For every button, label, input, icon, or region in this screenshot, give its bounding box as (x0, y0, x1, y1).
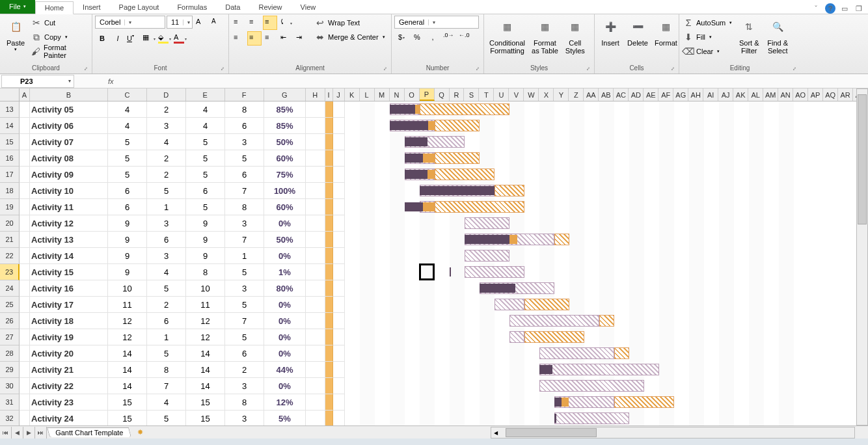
cell[interactable] (20, 297, 30, 313)
spreadsheet-grid[interactable]: ABCDEFGHIJKLMNOPQRSTUVWXYZAAABACADAEAFAG… (0, 88, 868, 427)
cell[interactable]: 60% (264, 199, 306, 215)
cell[interactable]: 85% (264, 101, 306, 118)
cell[interactable] (20, 362, 30, 378)
autosum-button[interactable]: ΣAutoSum▾ (682, 16, 733, 30)
cell[interactable]: 4 (147, 264, 186, 280)
tab-view[interactable]: View (292, 1, 325, 14)
row-header-22[interactable]: 22 (0, 248, 20, 264)
cell[interactable] (20, 248, 30, 264)
cell[interactable]: 12 (108, 313, 147, 329)
cell[interactable] (306, 411, 325, 427)
cell[interactable]: 3 (147, 118, 186, 134)
cell[interactable]: 9 (186, 248, 225, 264)
cell[interactable]: 9 (108, 248, 147, 264)
cell[interactable] (333, 297, 345, 313)
cell[interactable]: 12 (108, 329, 147, 345)
col-header-AH[interactable]: AH (688, 88, 703, 101)
col-header-P[interactable]: P (420, 88, 435, 101)
shrink-font-button[interactable]: A (210, 16, 224, 30)
row-header-30[interactable]: 30 (0, 378, 20, 394)
align-center-button[interactable]: ≡ (247, 31, 262, 46)
cell[interactable] (333, 215, 345, 232)
col-header-T[interactable]: T (479, 88, 494, 101)
cell[interactable]: 2 (147, 167, 186, 183)
cell[interactable]: 1 (147, 199, 186, 215)
col-header-H[interactable]: H (306, 88, 325, 101)
tab-file[interactable]: File (0, 0, 35, 14)
increase-indent-button[interactable]: ⇥ (294, 31, 308, 46)
cell[interactable]: 4 (186, 101, 225, 118)
cell[interactable] (333, 183, 345, 199)
cell[interactable]: 2 (147, 101, 186, 118)
cell[interactable]: 5 (108, 167, 147, 183)
col-header-I[interactable]: I (325, 88, 333, 101)
cell[interactable]: 8 (147, 362, 186, 378)
row-header-26[interactable]: 26 (0, 313, 20, 329)
select-all-corner[interactable] (0, 88, 20, 101)
col-header-AB[interactable]: AB (599, 88, 614, 101)
cell[interactable]: 3 (147, 248, 186, 264)
cell[interactable]: 4 (147, 394, 186, 411)
cell[interactable] (20, 183, 30, 199)
cell[interactable]: 44% (264, 362, 306, 378)
cell[interactable] (333, 232, 345, 248)
percent-button[interactable]: % (410, 30, 424, 44)
conditional-formatting-button[interactable]: ▦Conditional Formatting (487, 16, 528, 56)
cell[interactable]: 5 (186, 167, 225, 183)
cell[interactable] (325, 183, 333, 199)
cell[interactable] (306, 378, 325, 394)
col-header-AA[interactable]: AA (584, 88, 599, 101)
font-name-combo[interactable]: Corbel▾ (95, 16, 165, 29)
cell[interactable]: 10 (186, 280, 225, 297)
sheet-tab-active[interactable]: Gantt Chart Template (47, 427, 131, 437)
cell[interactable] (306, 215, 325, 232)
cell[interactable] (20, 329, 30, 345)
col-header-AL[interactable]: AL (748, 88, 763, 101)
cell[interactable] (306, 264, 325, 280)
tab-data[interactable]: Data (216, 1, 249, 14)
cell[interactable]: 7 (225, 313, 264, 329)
cell[interactable] (306, 118, 325, 134)
cell[interactable]: 0% (264, 215, 306, 232)
cell[interactable] (325, 232, 333, 248)
cell[interactable] (333, 134, 345, 150)
cell[interactable]: 5 (108, 134, 147, 150)
cell[interactable]: 6 (147, 232, 186, 248)
cell[interactable]: 2 (225, 362, 264, 378)
col-header-AO[interactable]: AO (793, 88, 808, 101)
cell[interactable]: 11 (186, 297, 225, 313)
format-as-table-button[interactable]: ▦Format as Table (529, 16, 561, 56)
vertical-scrollbar[interactable] (856, 88, 868, 425)
col-header-Q[interactable]: Q (435, 88, 450, 101)
cell[interactable] (333, 329, 345, 345)
format-painter-button[interactable]: 🖌Format Painter (30, 44, 89, 59)
cell[interactable]: 15 (108, 411, 147, 427)
cell[interactable]: 0% (264, 345, 306, 362)
cell[interactable] (20, 394, 30, 411)
cell[interactable]: 4 (147, 134, 186, 150)
cell[interactable] (306, 134, 325, 150)
col-header-V[interactable]: V (509, 88, 524, 101)
cell[interactable]: 2 (147, 150, 186, 167)
col-header-D[interactable]: D (147, 88, 186, 101)
cell[interactable] (306, 345, 325, 362)
cell[interactable] (333, 150, 345, 167)
wrap-text-button[interactable]: ↩Wrap Text (314, 16, 387, 30)
cell[interactable] (20, 345, 30, 362)
cell[interactable] (333, 280, 345, 297)
cell[interactable] (325, 167, 333, 183)
cell[interactable]: 9 (108, 232, 147, 248)
col-header-G[interactable]: G (264, 88, 306, 101)
cell[interactable] (325, 101, 333, 118)
cell[interactable]: 3 (147, 215, 186, 232)
cell[interactable]: 7 (147, 378, 186, 394)
cell[interactable] (20, 118, 30, 134)
cell[interactable] (306, 362, 325, 378)
cell[interactable]: 100% (264, 183, 306, 199)
cell[interactable]: 8 (225, 199, 264, 215)
cell[interactable]: 1 (225, 248, 264, 264)
cell[interactable] (333, 345, 345, 362)
cell[interactable]: Activity 19 (30, 329, 108, 345)
row-headers[interactable]: 1314151617181920212223242526272829303132 (0, 101, 20, 427)
cell[interactable] (20, 167, 30, 183)
